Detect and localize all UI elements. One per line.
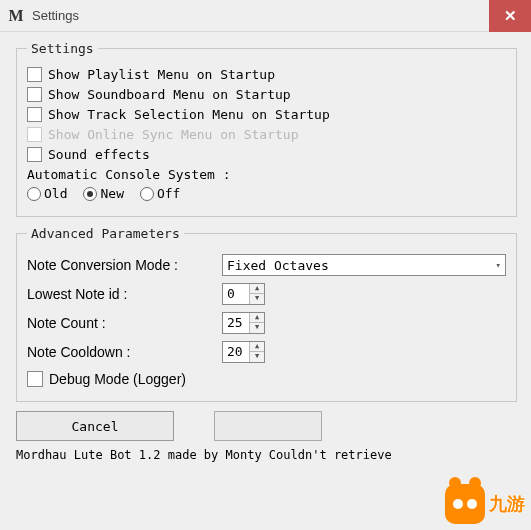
- note-count-spinner[interactable]: 25 ▲▼: [222, 312, 265, 334]
- watermark-icon: [445, 484, 485, 524]
- lowest-note-label: Lowest Note id :: [27, 286, 222, 302]
- spin-down-icon[interactable]: ▼: [250, 323, 264, 333]
- note-conv-label: Note Conversion Mode :: [27, 257, 222, 273]
- watermark-text: 九游: [489, 492, 525, 516]
- acs-radio-label: Old: [44, 186, 67, 201]
- setting-label-3: Show Online Sync Menu on Startup: [48, 127, 298, 142]
- debug-label: Debug Mode (Logger): [49, 371, 186, 387]
- note-count-label: Note Count :: [27, 315, 222, 331]
- close-button[interactable]: ✕: [489, 0, 531, 32]
- watermark: 九游: [445, 484, 525, 524]
- note-conv-value: Fixed Octaves: [227, 258, 329, 273]
- debug-checkbox[interactable]: [27, 371, 43, 387]
- ok-button[interactable]: [214, 411, 322, 441]
- note-cooldown-spinner[interactable]: 20 ▲▼: [222, 341, 265, 363]
- setting-checkbox-0[interactable]: [27, 67, 42, 82]
- note-cooldown-label: Note Cooldown :: [27, 344, 222, 360]
- note-count-value: 25: [223, 313, 249, 333]
- close-icon: ✕: [504, 7, 517, 25]
- advanced-legend: Advanced Parameters: [27, 226, 184, 241]
- footer-text: Mordhau Lute Bot 1.2 made by Monty Could…: [16, 448, 517, 462]
- acs-radio-off[interactable]: [140, 187, 154, 201]
- cancel-label: Cancel: [72, 419, 119, 434]
- cancel-button[interactable]: Cancel: [16, 411, 174, 441]
- settings-group: Settings Show Playlist Menu on StartupSh…: [16, 41, 517, 217]
- lowest-note-spinner[interactable]: 0 ▲▼: [222, 283, 265, 305]
- advanced-group: Advanced Parameters Note Conversion Mode…: [16, 226, 517, 402]
- setting-label-1: Show Soundboard Menu on Startup: [48, 87, 291, 102]
- spin-up-icon[interactable]: ▲: [250, 313, 264, 323]
- setting-checkbox-3: [27, 127, 42, 142]
- setting-checkbox-2[interactable]: [27, 107, 42, 122]
- setting-label-0: Show Playlist Menu on Startup: [48, 67, 275, 82]
- setting-checkbox-1[interactable]: [27, 87, 42, 102]
- setting-checkbox-4[interactable]: [27, 147, 42, 162]
- app-icon: M: [0, 7, 32, 25]
- window-title: Settings: [32, 8, 489, 23]
- note-cooldown-value: 20: [223, 342, 249, 362]
- setting-label-2: Show Track Selection Menu on Startup: [48, 107, 330, 122]
- spin-down-icon[interactable]: ▼: [250, 352, 264, 362]
- spin-down-icon[interactable]: ▼: [250, 294, 264, 304]
- spin-up-icon[interactable]: ▲: [250, 342, 264, 352]
- acs-radio-new[interactable]: [83, 187, 97, 201]
- lowest-note-value: 0: [223, 284, 249, 304]
- spin-up-icon[interactable]: ▲: [250, 284, 264, 294]
- acs-label: Automatic Console System :: [27, 167, 506, 182]
- setting-label-4: Sound effects: [48, 147, 150, 162]
- acs-radio-old[interactable]: [27, 187, 41, 201]
- chevron-down-icon: ▾: [496, 260, 501, 270]
- settings-legend: Settings: [27, 41, 98, 56]
- acs-radio-label: New: [100, 186, 123, 201]
- note-conv-select[interactable]: Fixed Octaves ▾: [222, 254, 506, 276]
- acs-radio-label: Off: [157, 186, 180, 201]
